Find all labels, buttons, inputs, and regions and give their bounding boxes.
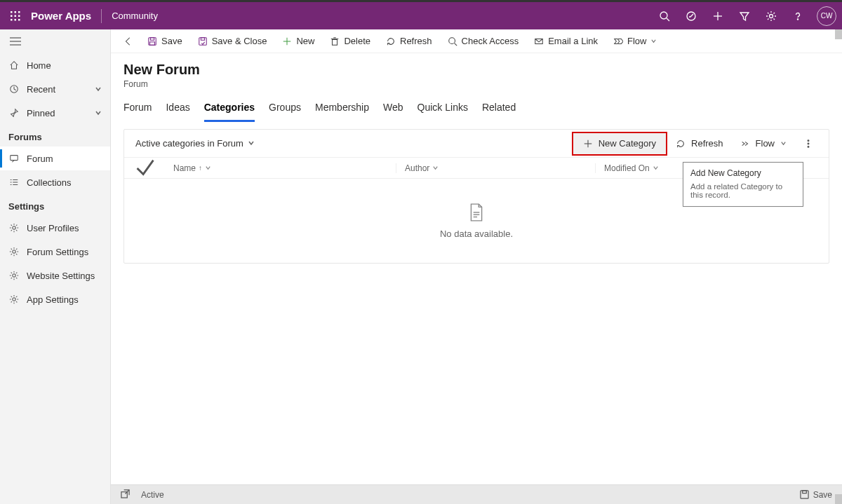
record-header: New Forum Forum (111, 53, 842, 92)
svg-point-14 (770, 14, 773, 18)
new-category-button[interactable]: New Category (572, 132, 667, 156)
subgrid-flow-label: Flow (756, 138, 775, 149)
plus-icon[interactable] (706, 4, 730, 28)
svg-line-42 (454, 43, 457, 46)
save-label: Save (161, 36, 182, 46)
subgrid-refresh-label: Refresh (691, 138, 723, 149)
svg-rect-20 (11, 156, 18, 161)
tabs: Forum Ideas Categories Groups Membership… (111, 92, 842, 122)
document-icon (469, 203, 484, 222)
tab-groups[interactable]: Groups (269, 102, 301, 122)
view-selector[interactable]: Active categories in Forum (135, 138, 255, 149)
subgrid-refresh-button[interactable]: Refresh (667, 134, 732, 154)
tab-membership[interactable]: Membership (315, 102, 369, 122)
nav-collapse-icon[interactable] (0, 29, 110, 53)
chevron-down-icon (653, 163, 659, 173)
home-icon (8, 60, 20, 71)
target-icon[interactable] (679, 4, 703, 28)
refresh-label: Refresh (400, 36, 432, 46)
popout-icon[interactable] (121, 489, 130, 500)
app-launcher-icon[interactable] (6, 6, 25, 26)
gear-icon (8, 246, 20, 257)
delete-button[interactable]: Delete (323, 29, 377, 53)
nav-collections[interactable]: Collections (0, 170, 110, 194)
nav-recent[interactable]: Recent (0, 77, 110, 101)
column-name-header[interactable]: Name ↑ (166, 163, 396, 173)
svg-rect-4 (15, 15, 17, 17)
nav-collections-label: Collections (27, 177, 72, 188)
app-title: Power Apps (31, 10, 91, 22)
check-access-button[interactable]: Check Access (441, 29, 526, 53)
svg-line-10 (667, 18, 669, 21)
nav-user-profiles[interactable]: User Profiles (0, 216, 110, 240)
svg-point-47 (808, 143, 809, 144)
gear-icon[interactable] (759, 4, 783, 28)
svg-point-48 (808, 146, 809, 147)
status-save-button[interactable]: Save (800, 490, 832, 500)
svg-point-27 (13, 226, 15, 229)
svg-rect-35 (201, 37, 204, 40)
filter-icon[interactable] (733, 4, 756, 28)
scrollbar-bottom[interactable] (835, 494, 842, 504)
nav-website-settings[interactable]: Website Settings (0, 264, 110, 287)
tab-related[interactable]: Related (482, 102, 516, 122)
nav-section-settings: Settings (0, 194, 110, 216)
nav-home-label: Home (27, 60, 51, 71)
more-actions-button[interactable] (795, 134, 822, 154)
tab-web[interactable]: Web (383, 102, 403, 122)
svg-rect-7 (15, 19, 17, 21)
nav-forum-settings[interactable]: Forum Settings (0, 240, 110, 264)
help-icon[interactable] (786, 4, 810, 28)
tab-forum[interactable]: Forum (123, 102, 152, 122)
refresh-button[interactable]: Refresh (379, 29, 439, 53)
email-link-button[interactable]: Email a Link (527, 29, 605, 53)
column-author-header[interactable]: Author (396, 163, 596, 173)
tooltip-body: Add a related Category to this record. (683, 179, 803, 206)
svg-rect-53 (801, 491, 808, 498)
status-bar: Active Save (111, 484, 842, 504)
subgrid-flow-button[interactable]: Flow (732, 134, 795, 154)
save-button[interactable]: Save (140, 29, 189, 53)
categories-subgrid: Active categories in Forum New Category … (123, 129, 829, 264)
check-access-label: Check Access (462, 36, 519, 46)
svg-point-29 (13, 274, 15, 277)
new-category-label: New Category (599, 138, 656, 149)
nav-forum[interactable]: Forum (0, 147, 110, 170)
chevron-down-icon (248, 138, 255, 149)
svg-rect-2 (18, 11, 20, 13)
svg-rect-8 (18, 19, 20, 21)
status-state: Active (141, 490, 164, 500)
nav-forum-label: Forum (27, 154, 53, 164)
back-button[interactable] (118, 29, 139, 53)
gear-icon (8, 294, 20, 305)
avatar-initials: CW (821, 12, 833, 20)
select-all-header[interactable] (124, 154, 166, 182)
flow-button[interactable]: Flow (606, 29, 664, 53)
svg-rect-38 (333, 39, 338, 45)
page-subtitle: Forum (123, 79, 829, 89)
nav-home[interactable]: Home (0, 53, 110, 77)
svg-point-46 (808, 139, 809, 141)
svg-rect-32 (150, 37, 154, 40)
save-close-button[interactable]: Save & Close (191, 29, 274, 53)
divider (101, 9, 102, 23)
nav-app-settings[interactable]: App Settings (0, 287, 110, 311)
chevron-down-icon (95, 84, 102, 95)
new-button[interactable]: New (275, 29, 321, 53)
topbar-actions: CW (653, 4, 836, 28)
nav-pinned[interactable]: Pinned (0, 101, 110, 125)
tab-categories[interactable]: Categories (204, 102, 255, 122)
search-icon[interactable] (653, 4, 676, 28)
scrollbar-top[interactable] (835, 29, 842, 39)
tab-ideas[interactable]: Ideas (166, 102, 189, 122)
command-bar: Save Save & Close New Delete Refresh Che… (111, 29, 842, 53)
pin-icon (8, 107, 20, 118)
avatar[interactable]: CW (817, 6, 836, 26)
svg-point-41 (448, 37, 455, 43)
col-modified-text: Modified On (604, 163, 650, 173)
content-area: Save Save & Close New Delete Refresh Che… (111, 29, 842, 504)
svg-rect-3 (11, 15, 13, 17)
clock-icon (8, 83, 20, 95)
app-subtitle[interactable]: Community (112, 11, 158, 21)
tab-quick-links[interactable]: Quick Links (417, 102, 468, 122)
